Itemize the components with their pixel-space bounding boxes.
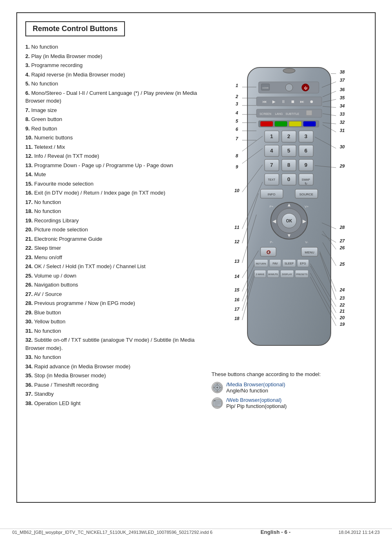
footer-left: 01_MB62_[GB]_woypbpr_IDTV_TC_NICKEL17_51… (12, 530, 212, 535)
callout-33: 33 (340, 112, 345, 117)
list-item: 14. Mute (25, 170, 203, 179)
svg-text:MVMUTE: MVMUTE (268, 273, 278, 276)
page-wrapper: Remote Control Buttons 1. No function2. … (0, 0, 392, 540)
right-column: 1 2 3 4 5 6 7 8 9 10 11 12 13 14 (212, 43, 367, 409)
list-item: 10. Numeric buttons (25, 134, 203, 142)
callout-35: 35 (340, 95, 345, 100)
callout-15: 15 (234, 287, 240, 292)
svg-text:↻: ↻ (305, 182, 307, 186)
callout-8: 8 (236, 153, 238, 158)
callout-34: 34 (340, 103, 345, 108)
svg-text:⏹: ⏹ (291, 99, 295, 104)
bottom-section: These buttons change according to the mo… (212, 367, 367, 409)
list-item: 22. Sleep timer (25, 244, 203, 252)
svg-text:P-: P- (270, 240, 273, 244)
list-item: 36. Pause / Timeshift recording (25, 381, 203, 389)
svg-text:V-: V- (305, 240, 308, 244)
callout-13: 13 (234, 259, 239, 264)
svg-text:DISPLAY: DISPLAY (282, 273, 292, 276)
callout-31: 31 (340, 128, 345, 133)
list-item: 13. Programme Down - Page up / Programme… (25, 161, 203, 170)
callout-16: 16 (234, 297, 240, 302)
web-browser-icon (212, 397, 223, 409)
callout-36: 36 (340, 87, 345, 92)
list-item: 1. No function (25, 43, 203, 51)
optional-1-main: /Media Browser(optional) (226, 381, 285, 388)
svg-text:▲: ▲ (287, 202, 292, 208)
svg-text:SWAP: SWAP (302, 178, 310, 181)
list-item: 7. Image size (25, 106, 203, 114)
svg-text:HDMI: HDMI (262, 87, 269, 89)
list-item: 12. Info / Reveal (in TXT mode) (25, 152, 203, 160)
list-item: 4. Rapid reverse (in Media Browser mode) (25, 71, 203, 79)
footer-right: 18.04.2012 11:14:23 (339, 530, 380, 535)
list-item: 31. No function (25, 327, 203, 335)
list-item: 33. No function (25, 353, 203, 361)
optional-1-sub: Angle/No function (226, 388, 285, 394)
svg-rect-19 (306, 110, 312, 115)
svg-text:LANG: LANG (275, 112, 283, 115)
callout-3: 3 (236, 101, 238, 106)
callout-7: 7 (236, 136, 238, 141)
svg-text:⏮: ⏮ (263, 99, 267, 104)
list-item: 9. Red button (25, 125, 203, 133)
callout-4: 4 (235, 110, 238, 115)
svg-text:TEXT: TEXT (268, 178, 276, 181)
list-item: 29. Blue button (25, 309, 203, 317)
list-item: 15. Favourite mode selection (25, 180, 203, 188)
callout-9: 9 (236, 164, 238, 169)
callout-11: 11 (234, 225, 239, 230)
list-item: 18. No function (25, 207, 203, 215)
callout-28: 28 (339, 225, 345, 230)
svg-text:🔇: 🔇 (266, 250, 271, 255)
callout-29: 29 (339, 164, 345, 168)
list-item: 23. Menu on/off (25, 253, 203, 262)
page-title: Remote Control Buttons (33, 25, 118, 33)
callout-1: 1 (236, 83, 238, 88)
media-browser-icon (212, 382, 223, 393)
callout-30: 30 (340, 144, 345, 149)
list-item: 26. Navigation buttons (25, 281, 203, 289)
list-item: 11. Teletext / Mix (25, 143, 203, 151)
list-item: 3. Programme recording (25, 61, 203, 69)
list-item: 17. No function (25, 198, 203, 206)
callout-17: 17 (234, 307, 240, 311)
svg-text:RETURN: RETURN (256, 262, 266, 265)
svg-rect-23 (289, 121, 301, 126)
list-item: 25. Volume up / down (25, 272, 203, 280)
remote-diagram: 1 2 3 4 5 6 7 8 9 10 11 12 13 14 (220, 43, 359, 354)
svg-text:SOURCE: SOURCE (299, 193, 313, 196)
callout-23: 23 (339, 296, 345, 300)
svg-text:1: 1 (270, 133, 273, 139)
svg-text:⏭: ⏭ (300, 99, 304, 104)
callout-14: 14 (234, 274, 239, 279)
item-list: 1. No function2. Play (in Media Browser … (25, 43, 203, 407)
svg-text:◀: ◀ (272, 218, 276, 224)
diagram-wrapper: 1 2 3 4 5 6 7 8 9 10 11 12 13 14 (220, 43, 359, 355)
callout-27: 27 (339, 238, 345, 243)
svg-text:P+: P+ (270, 205, 274, 208)
list-item: 2. Play (in Media Browser mode) (25, 52, 203, 60)
svg-text:0: 0 (287, 176, 290, 182)
title-bar: Remote Control Buttons (25, 21, 125, 36)
list-item: 19. Recordings Library (25, 217, 203, 225)
callout-6: 6 (236, 127, 238, 132)
callout-12: 12 (234, 239, 239, 244)
svg-text:OK: OK (286, 219, 293, 223)
list-item: 21. Electronic Programme Guide (25, 235, 203, 243)
svg-text:EPG: EPG (300, 262, 306, 265)
list-item: 28. Previous programme / Now (in EPG mod… (25, 299, 203, 307)
svg-text:V+: V+ (305, 205, 309, 208)
svg-text:FAV: FAV (273, 262, 278, 265)
svg-rect-24 (303, 121, 316, 126)
callout-24: 24 (339, 287, 345, 292)
list-item: 16. Exit (in DTV mode) / Return / Index … (25, 189, 203, 197)
svg-rect-22 (275, 121, 287, 126)
svg-text:4: 4 (270, 148, 273, 154)
svg-text:5: 5 (287, 148, 290, 154)
svg-text:INFO: INFO (267, 193, 275, 196)
list-item: 6. Mono/Stereo - Dual I-II / Current Lan… (25, 89, 203, 105)
callout-38: 38 (340, 69, 345, 74)
list-item: 5. No function (25, 80, 203, 88)
list-item: 35. Stop (in Media Browser mode) (25, 372, 203, 380)
